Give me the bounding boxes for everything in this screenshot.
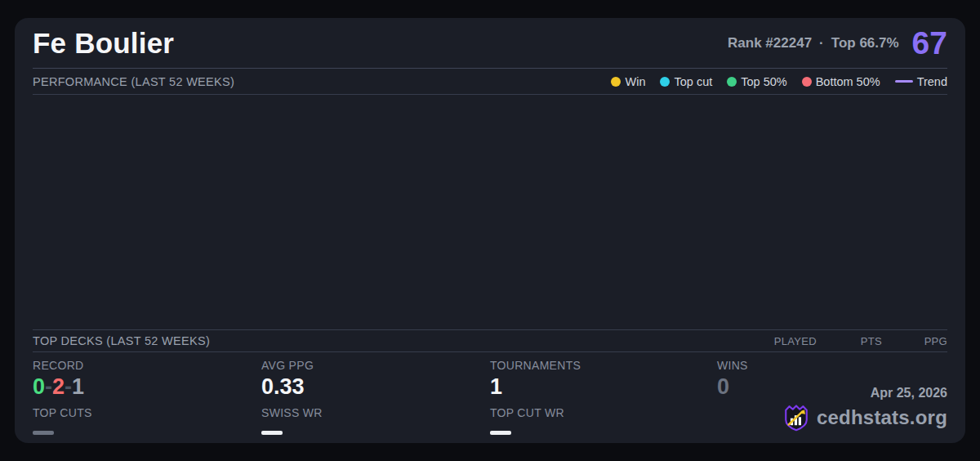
stat-label: WINS <box>717 359 947 372</box>
top-cuts-empty-value <box>33 431 54 435</box>
legend-label: Win <box>625 75 645 88</box>
tournaments-value: 1 <box>490 374 717 400</box>
rank-summary: Rank #22247 · Top 66.7% <box>728 35 899 51</box>
page-title: Fe Boulier <box>33 27 174 60</box>
legend-item-bottom-50: Bottom 50% <box>802 75 880 88</box>
win-dot-icon <box>611 77 621 87</box>
rank-number: Rank #22247 <box>728 35 812 51</box>
performance-chart-area <box>33 95 947 330</box>
performance-section-title: PERFORMANCE (LAST 52 WEEKS) <box>33 75 234 88</box>
stat-label: TOP CUTS <box>33 406 261 419</box>
player-stats-card: Fe Boulier Rank #22247 · Top 66.7% 67 PE… <box>15 18 965 443</box>
brand-name: cedhstats.org <box>817 406 947 429</box>
stat-label: TOURNAMENTS <box>490 359 717 372</box>
legend-label: Top cut <box>674 75 712 88</box>
record-losses: 2 <box>52 374 65 399</box>
legend-item-top-50: Top 50% <box>727 75 786 88</box>
stat-record: RECORD 0-2-1 TOP CUTS <box>33 359 261 435</box>
trend-line-icon <box>895 80 913 83</box>
stat-label: TOP CUT WR <box>490 406 717 419</box>
legend-item-trend: Trend <box>895 75 947 88</box>
stat-avg-ppg: AVG PPG 0.33 SWISS WR <box>261 359 490 435</box>
legend-item-win: Win <box>611 75 645 88</box>
brand: cedhstats.org <box>782 404 947 432</box>
column-header-played: PLAYED <box>751 335 817 347</box>
legend-label: Bottom 50% <box>816 75 880 88</box>
chart-legend: Win Top cut Top 50% Bottom 50% Trend <box>611 75 947 88</box>
stat-label: RECORD <box>33 359 261 372</box>
top-50-dot-icon <box>727 77 737 87</box>
stat-tournaments: TOURNAMENTS 1 TOP CUT WR <box>490 359 717 435</box>
legend-label: Top 50% <box>741 75 786 88</box>
top-cut-dot-icon <box>660 77 670 87</box>
deck-table-columns: PLAYED PTS PPG <box>751 335 947 347</box>
column-header-pts: PTS <box>817 335 882 347</box>
cedhstats-logo-icon <box>782 404 810 432</box>
card-header: Fe Boulier Rank #22247 · Top 66.7% 67 <box>33 18 947 69</box>
record-value: 0-2-1 <box>33 374 261 400</box>
card-footer: Apr 25, 2026 cedhstats.org <box>782 386 947 432</box>
rank-separator: · <box>819 35 824 51</box>
record-separator: - <box>45 374 52 399</box>
legend-label: Trend <box>917 75 947 88</box>
swiss-wr-empty-value <box>261 431 283 435</box>
record-separator: - <box>65 374 72 399</box>
top-decks-header-row: TOP DECKS (LAST 52 WEEKS) PLAYED PTS PPG <box>33 330 947 352</box>
stat-label: SWISS WR <box>261 406 490 419</box>
avg-ppg-value: 0.33 <box>261 374 490 400</box>
record-draws: 1 <box>72 374 84 399</box>
player-score: 67 <box>912 27 947 59</box>
date-label: Apr 25, 2026 <box>782 386 947 401</box>
performance-header-row: PERFORMANCE (LAST 52 WEEKS) Win Top cut … <box>33 69 947 95</box>
column-header-ppg: PPG <box>882 335 947 347</box>
top-decks-section-title: TOP DECKS (LAST 52 WEEKS) <box>33 334 210 347</box>
header-rank-area: Rank #22247 · Top 66.7% 67 <box>728 27 947 59</box>
top-cut-wr-empty-value <box>490 431 511 435</box>
bottom-50-dot-icon <box>802 77 812 87</box>
legend-item-top-cut: Top cut <box>660 75 712 88</box>
stat-label: AVG PPG <box>261 359 490 372</box>
top-percent: Top 66.7% <box>831 35 899 51</box>
record-wins: 0 <box>33 374 45 399</box>
